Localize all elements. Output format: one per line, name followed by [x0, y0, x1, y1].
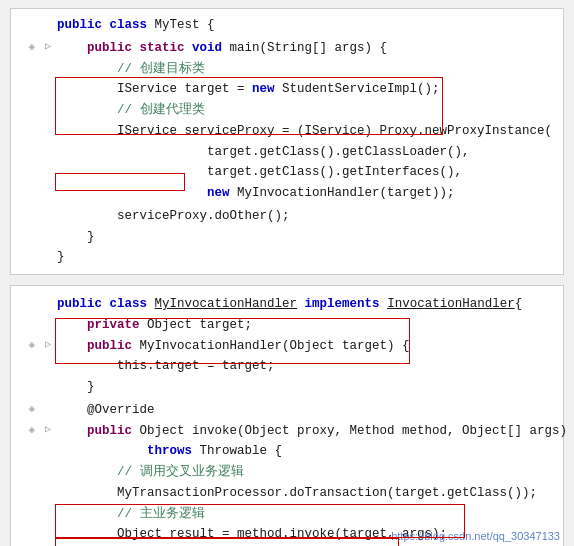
- line-gutter: ◈: [11, 401, 41, 418]
- line-arrow: ▷: [41, 422, 55, 437]
- code-line: }: [11, 247, 563, 268]
- line-text: IService serviceProxy = (IService) Proxy…: [55, 122, 563, 141]
- line-text: public class MyTest {: [55, 16, 563, 35]
- line-text: }: [55, 378, 563, 397]
- code-line: MyTransactionProcessor.doTransaction(tar…: [11, 483, 563, 504]
- code-line: target.getClass().getClassLoader(),: [11, 142, 563, 163]
- line-text: private Object target;: [55, 316, 563, 335]
- line-text: }: [55, 248, 563, 267]
- code-line: }: [11, 377, 563, 398]
- line-text: new MyInvocationHandler(target));: [55, 184, 563, 203]
- code-line: // 创建代理类: [11, 100, 563, 121]
- code-line: ◈ ▷ public MyInvocationHandler(Object ta…: [11, 336, 563, 357]
- line-text: this.target = target;: [55, 357, 563, 376]
- line-text: // 调用交叉业务逻辑: [55, 463, 563, 482]
- line-text: // 创建目标类: [55, 60, 563, 79]
- code-line: serviceProxy.doOther();: [11, 206, 563, 227]
- line-arrow: ▷: [41, 337, 55, 352]
- code-line: IService target = new StudentServiceImpl…: [11, 79, 563, 100]
- line-text: // 创建代理类: [55, 101, 563, 120]
- line-text: target.getClass().getInterfaces(),: [55, 163, 563, 182]
- line-text: public MyInvocationHandler(Object target…: [55, 337, 563, 356]
- separator: [0, 275, 574, 285]
- line-text: public Object invoke(Object proxy, Metho…: [55, 422, 567, 441]
- code-line: target.getClass().getInterfaces(),: [11, 162, 563, 183]
- code-line: throws Throwable {: [11, 441, 563, 462]
- code-line: ◈ ▷ public static void main(String[] arg…: [11, 38, 563, 59]
- line-text: serviceProxy.doOther();: [55, 207, 563, 226]
- code-line: this.target = target;: [11, 356, 563, 377]
- code-line: }: [11, 227, 563, 248]
- line-gutter: ◈: [11, 422, 41, 439]
- code-line: private Object target;: [11, 315, 563, 336]
- line-text: target.getClass().getClassLoader(),: [55, 143, 563, 162]
- code-line: // 主业务逻辑: [11, 504, 563, 525]
- line-text: }: [55, 228, 563, 247]
- watermark: https://blog.csdn.net/qq_30347133: [391, 530, 560, 542]
- code-line: ◈ ▷ public Object invoke(Object proxy, M…: [11, 421, 563, 442]
- code-line: // 创建目标类: [11, 59, 563, 80]
- code-line: public class MyTest {: [11, 15, 563, 36]
- code-line: IService serviceProxy = (IService) Proxy…: [11, 121, 563, 142]
- line-text: throws Throwable {: [55, 442, 563, 461]
- line-text: @Override: [55, 401, 563, 420]
- line-gutter: ◈: [11, 337, 41, 354]
- line-text: MyTransactionProcessor.doTransaction(tar…: [55, 484, 563, 503]
- line-text: IService target = new StudentServiceImpl…: [55, 80, 563, 99]
- code-line: new MyInvocationHandler(target));: [11, 183, 563, 204]
- line-gutter: ◈: [11, 39, 41, 56]
- line-text: public static void main(String[] args) {: [55, 39, 563, 58]
- line-arrow: ▷: [41, 39, 55, 54]
- code-line: public class MyInvocationHandler impleme…: [11, 294, 563, 315]
- code-line: // 调用交叉业务逻辑: [11, 462, 563, 483]
- code-block-2: public class MyInvocationHandler impleme…: [10, 285, 564, 546]
- line-text: public class MyInvocationHandler impleme…: [55, 295, 563, 314]
- code-line: ◈ @Override: [11, 400, 563, 421]
- line-text: // 主业务逻辑: [55, 505, 563, 524]
- code-block-1: public class MyTest { ◈ ▷ public static …: [10, 8, 564, 275]
